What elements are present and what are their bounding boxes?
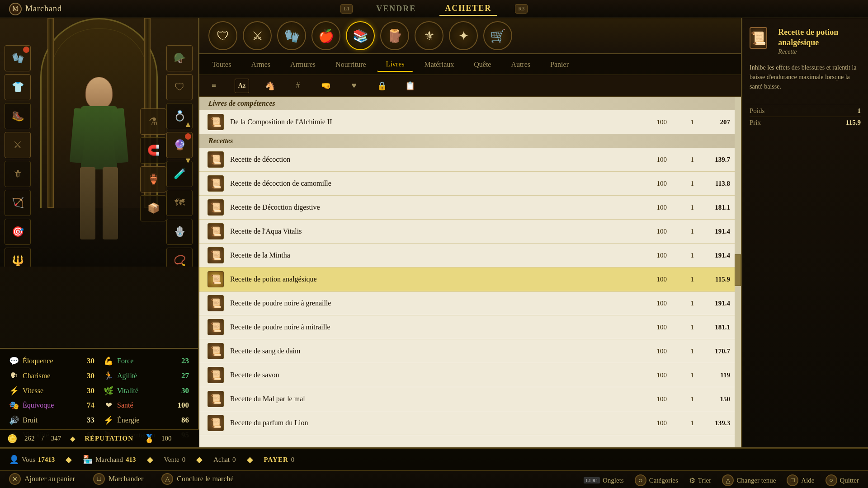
item-img-camomille: 📜 xyxy=(208,175,224,192)
item-potion-analgesique[interactable]: 📜 Recette de potion analgésique 100 1 11… xyxy=(199,267,741,291)
item-detail-icon: 📜 xyxy=(750,27,767,49)
cat-icon-quete[interactable]: ⚜ xyxy=(415,21,443,50)
filter-heart-icon[interactable]: ♥ xyxy=(347,79,361,93)
rep-label: RÉPUTATION xyxy=(85,435,133,442)
tab-materiaux[interactable]: Matériaux xyxy=(415,58,463,71)
equip-slot-r2[interactable]: 🛡 xyxy=(166,74,193,100)
item-img-alchimie: 📜 xyxy=(208,114,224,130)
right-btn-onglets[interactable]: L1 R1 Onglets xyxy=(584,477,623,484)
btn-conclure[interactable]: △ Conclure le marché xyxy=(161,473,233,485)
item-poudre-mitraille[interactable]: 📜 Recette de poudre noire à mitraille 10… xyxy=(199,315,741,339)
tab-livres[interactable]: Livres xyxy=(377,57,414,72)
item-detail-header: 📜 Recette de potion analgésique Recette xyxy=(750,27,861,56)
filter-type-icon[interactable]: 🐴 xyxy=(263,79,277,93)
scrollbar-track[interactable] xyxy=(735,97,741,447)
item-decoction-digestive[interactable]: 📜 Recette de Décoction digestive 100 1 1… xyxy=(199,196,741,220)
cat-icon-toutes[interactable]: 🛡 xyxy=(208,21,237,50)
item-name-analgesique: Recette de potion analgésique xyxy=(230,275,643,283)
eloquence-value: 30 xyxy=(81,357,94,366)
btn-ajouter-panier[interactable]: ✕ Ajouter au panier xyxy=(9,473,75,485)
item-sang-daim[interactable]: 📜 Recette de sang de daim 100 1 170.7 xyxy=(199,339,741,363)
buy-tab[interactable]: ACHETER xyxy=(439,2,497,16)
items-container[interactable]: Livres de compétences 📜 De la Compositio… xyxy=(199,97,741,447)
nav-arrow-up[interactable]: ▲ xyxy=(184,120,193,129)
right-btn-quitter[interactable]: ○ Quitter xyxy=(826,474,859,486)
item-icon-mal: 📜 xyxy=(207,390,225,408)
equip-slot-1[interactable]: 🧤 xyxy=(5,45,31,71)
equip-slot-r1[interactable]: 🪖 xyxy=(166,45,193,71)
tab-toutes[interactable]: Toutes xyxy=(203,58,240,71)
equip-slot-4[interactable]: ⚔ xyxy=(5,132,31,158)
trier-icon: ⚙ xyxy=(689,476,695,485)
tab-armures[interactable]: Armures xyxy=(281,58,325,71)
tab-nourriture[interactable]: Nourriture xyxy=(326,58,375,71)
item-count-grenaille: 1 xyxy=(670,300,698,307)
nav-arrow-down[interactable]: ▼ xyxy=(184,156,193,165)
filter-list-icon[interactable]: ≡ xyxy=(207,79,221,93)
prix-label: Prix xyxy=(750,119,761,127)
item-qty-camomille: 100 xyxy=(643,180,670,188)
filter-row: ≡ Az 🐴 # 🤜 ♥ 🔒 📋 xyxy=(199,75,741,97)
item-qty-analgesique: 100 xyxy=(643,276,670,283)
cat-icon-livres[interactable]: 📚 xyxy=(346,21,375,50)
item-parfum-lion[interactable]: 📜 Recette du parfum du Lion 100 1 139.3 xyxy=(199,411,741,435)
btn-marchander[interactable]: □ Marchander xyxy=(93,473,143,485)
item-poudre-grenaille[interactable]: 📜 Recette de poudre noire à grenaille 10… xyxy=(199,291,741,315)
cat-icon-autres[interactable]: ✦ xyxy=(449,21,478,50)
right-btn-trier[interactable]: ⚙ Trier xyxy=(689,476,711,485)
right-btn-categories[interactable]: ○ Catégories xyxy=(635,474,678,486)
cat-icon-armes[interactable]: ⚔ xyxy=(243,21,272,50)
filter-hash-icon[interactable]: # xyxy=(291,79,305,93)
item-name-decoction: Recette de décoction xyxy=(230,155,643,164)
filter-sort-az-icon[interactable]: Az xyxy=(235,79,249,93)
item-decoction[interactable]: 📜 Recette de décoction 100 1 139.7 xyxy=(199,148,741,172)
item-icon-digestive: 📜 xyxy=(207,198,225,216)
equip-slot-r7[interactable]: 🪬 xyxy=(166,219,193,245)
tab-autres[interactable]: Autres xyxy=(502,58,539,71)
character-figure xyxy=(54,50,144,267)
equip-slot-2[interactable]: 👕 xyxy=(5,74,31,100)
item-qty-savon: 100 xyxy=(643,371,670,379)
cat-icon-armures[interactable]: 🧤 xyxy=(277,21,306,50)
filter-combat-icon[interactable]: 🤜 xyxy=(319,79,333,93)
scrollbar-thumb[interactable] xyxy=(735,254,741,286)
stat-vitesse: ⚡ Vitesse 30 xyxy=(9,385,94,397)
tab-armes[interactable]: Armes xyxy=(242,58,279,71)
stat-energie: ⚡ Énergie 86 xyxy=(104,414,189,427)
item-mintha[interactable]: 📜 Recette de la Mintha 100 1 191.4 xyxy=(199,244,741,267)
item-decoction-camomille[interactable]: 📜 Recette de décoction de camomille 100 … xyxy=(199,172,741,196)
item-alchimie-ii[interactable]: 📜 De la Composition de l'Alchimie II 100… xyxy=(199,110,741,134)
slot-badge-1 xyxy=(23,47,29,53)
cat-icon-panier[interactable]: 🛒 xyxy=(483,21,512,50)
filter-list2-icon[interactable]: 📋 xyxy=(403,79,417,93)
item-icon-decoction: 📜 xyxy=(207,150,225,169)
equip-slot-6[interactable]: 🏹 xyxy=(5,190,31,216)
tab-quete[interactable]: Quête xyxy=(465,58,500,71)
equip-slot-5[interactable]: 🗡 xyxy=(5,161,31,187)
right-btn-changer-tenue[interactable]: △ Changer tenue xyxy=(722,474,776,486)
cat-icon-nourriture[interactable]: 🍎 xyxy=(311,21,340,50)
l1-indicator: L1 xyxy=(340,4,353,14)
agilite-value: 27 xyxy=(175,371,189,380)
status-bar: 👤 Vous 17413 ◆ 🏪 Marchand 413 ◆ Vente 0 … xyxy=(0,448,868,471)
equip-slot-7[interactable]: 🎯 xyxy=(5,219,31,245)
item-aqua-vitalis[interactable]: 📜 Recette de l'Aqua Vitalis 100 1 191.4 xyxy=(199,220,741,244)
item-savon[interactable]: 📜 Recette de savon 100 1 119 xyxy=(199,363,741,387)
cat-icon-materiaux[interactable]: 🪵 xyxy=(380,21,409,50)
item-price-decoction: 139.7 xyxy=(698,156,734,164)
right-btn-aide[interactable]: □ Aide xyxy=(787,474,814,486)
item-mal-par-mal[interactable]: 📜 Recette du Mal par le mal 100 1 150 xyxy=(199,387,741,411)
sell-tab[interactable]: VENDRE xyxy=(371,2,421,15)
equip-slot-8[interactable]: 🔱 xyxy=(5,248,31,267)
item-qty-alchimie: 100 xyxy=(643,118,670,126)
equip-slot-r6[interactable]: 🗺 xyxy=(166,190,193,216)
equip-slot-3[interactable]: 🥾 xyxy=(5,103,31,129)
section-header-livres: Livres de compétences xyxy=(199,97,741,110)
item-qty-mal: 100 xyxy=(643,395,670,403)
trier-label: Trier xyxy=(698,477,711,484)
aide-label: Aide xyxy=(801,477,814,484)
tab-panier[interactable]: Panier xyxy=(541,58,578,71)
item-name-aqua: Recette de l'Aqua Vitalis xyxy=(230,227,643,235)
equip-slot-r8[interactable]: 📿 xyxy=(166,248,193,267)
filter-lock-icon[interactable]: 🔒 xyxy=(375,79,389,93)
